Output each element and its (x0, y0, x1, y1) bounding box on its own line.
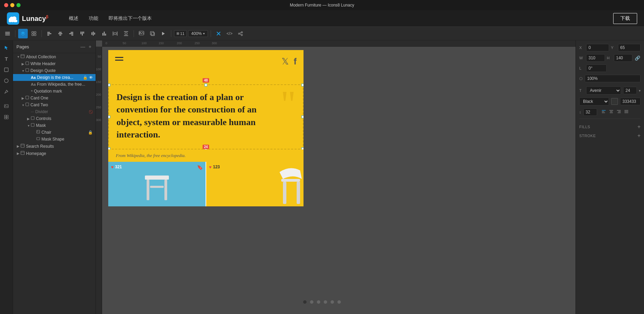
dot-2[interactable] (310, 300, 313, 304)
toggle-design-quote[interactable]: ▾ (21, 69, 25, 73)
toggle-search[interactable]: ▶ (16, 144, 21, 148)
dot-4[interactable] (324, 300, 327, 304)
add-page-btn[interactable]: + (88, 43, 92, 50)
h-input[interactable] (614, 54, 633, 62)
x-input[interactable] (586, 44, 609, 51)
toggle-white-header[interactable]: ▶ (21, 62, 25, 66)
play-btn[interactable] (159, 29, 168, 38)
share-btn[interactable] (236, 29, 245, 38)
quote-section[interactable]: " 48 128 16 32 (108, 84, 304, 149)
align-text-center-btn[interactable] (608, 109, 615, 116)
align-text-right-btn[interactable] (616, 109, 622, 116)
svg-rect-30 (102, 33, 103, 36)
toggle-about[interactable]: ▾ (16, 55, 21, 59)
svg-rect-4 (9, 20, 17, 22)
font-size-arrow[interactable]: ▾ (639, 89, 641, 93)
align-middle-btn[interactable] (88, 29, 98, 38)
color-swatch[interactable] (611, 98, 618, 105)
align-text-left-btn[interactable] (600, 109, 607, 116)
ellipse-tool[interactable] (1, 75, 12, 86)
nav-next-version[interactable]: 即将推出下一个版本 (109, 15, 152, 22)
minimize-btn[interactable] (10, 3, 14, 7)
nav-overview[interactable]: 概述 (69, 15, 78, 22)
layer-card-two[interactable]: ▾ Card Two (13, 101, 96, 108)
font-family-select[interactable]: Avenir (586, 86, 621, 95)
l-input[interactable] (586, 64, 607, 72)
toggle-card-one[interactable]: ▶ (21, 96, 25, 100)
align-bottom-btn[interactable] (99, 29, 109, 38)
toggle-card-two[interactable]: ▾ (21, 103, 25, 107)
layer-mask-shape[interactable]: Mask Shape (13, 136, 96, 143)
toggle-mask[interactable]: ▾ (26, 124, 31, 128)
zoom-display[interactable]: 400% ▾ (188, 30, 208, 37)
nav-features[interactable]: 功能 (89, 15, 98, 22)
ruler-mark-100: 100 (96, 68, 101, 71)
color-name-select[interactable]: Black (579, 97, 609, 106)
select-tool[interactable] (1, 43, 12, 53)
w-input[interactable] (586, 54, 605, 62)
page-homepage[interactable]: ▶ Homepage (13, 150, 96, 157)
dot-6[interactable] (337, 300, 341, 304)
maximize-btn[interactable] (16, 3, 21, 7)
y-input[interactable] (618, 44, 641, 51)
close-overlay-btn[interactable] (214, 29, 223, 38)
download-btn[interactable]: 下载 (613, 13, 637, 24)
align-center-btn[interactable] (55, 29, 65, 38)
svg-rect-16 (47, 33, 51, 34)
dot-5[interactable] (331, 300, 334, 304)
menu-btn[interactable] (3, 29, 12, 38)
svg-rect-81 (297, 182, 300, 204)
image-tool[interactable] (1, 101, 12, 111)
bookmark-icon-1[interactable]: 🔖 (197, 165, 203, 170)
layer-mask[interactable]: ▾ Mask (13, 122, 96, 129)
pen-tool[interactable] (1, 86, 12, 97)
align-top-btn[interactable] (77, 29, 87, 38)
dot-3[interactable] (317, 300, 320, 304)
white-header-label: White Header (30, 61, 87, 66)
align-right-btn[interactable] (66, 29, 76, 38)
hidden-icon[interactable]: 🚫 (89, 110, 93, 114)
visible-icon[interactable]: 👁 (89, 75, 93, 80)
svg-rect-61 (21, 55, 24, 58)
align-text-justify-btn[interactable] (623, 109, 630, 116)
layer-from-wikipedia[interactable]: Aa From Wikipedia, the free... (13, 81, 96, 88)
layer-card-one[interactable]: ▶ Card One (13, 95, 96, 101)
toggle-controls[interactable]: ▶ (26, 117, 31, 121)
distribute-h-btn[interactable] (110, 29, 120, 38)
design-canvas: 𝕏 f " 48 128 16 (108, 50, 304, 206)
export-btn[interactable] (137, 29, 146, 38)
layer-divider[interactable]: — Divider 🚫 (13, 108, 96, 115)
code-btn[interactable]: </> (225, 29, 234, 38)
color-hex-input[interactable] (620, 98, 641, 105)
grid-btn[interactable] (29, 29, 39, 38)
collapse-all-btn[interactable]: — (80, 43, 86, 50)
align-left-btn[interactable] (45, 29, 54, 38)
page-search-results[interactable]: ▶ Search Results (13, 143, 96, 150)
measure-top: 48 (202, 78, 209, 83)
page-about-collection[interactable]: ▾ About Collection (13, 53, 96, 60)
opacity-input[interactable] (585, 75, 641, 82)
add-stroke-btn[interactable]: + (637, 133, 641, 138)
font-size-input[interactable] (623, 87, 637, 94)
add-fill-btn[interactable]: + (637, 124, 641, 130)
layer-design-quote[interactable]: ▾ Design Quote (13, 67, 96, 74)
line-height-input[interactable] (583, 108, 597, 116)
toggle-homepage[interactable]: ▶ (16, 152, 21, 155)
layer-design-text[interactable]: Aa Design is the crea... 🔒 👁 (13, 74, 96, 81)
lock-icon-2: 🔒 (83, 75, 88, 80)
text-tool[interactable]: T (1, 53, 12, 64)
lock-ratio-btn[interactable]: 🔗 (634, 55, 641, 61)
dot-1[interactable] (303, 300, 307, 304)
distribute-v-btn[interactable] (121, 29, 131, 38)
component-tool[interactable] (1, 112, 12, 122)
layer-white-header[interactable]: ▶ White Header 🔒 (13, 60, 96, 67)
hamburger-menu (115, 57, 123, 61)
chair-svg (266, 162, 304, 206)
layers-btn[interactable] (18, 29, 28, 38)
frame-tool[interactable] (1, 64, 12, 75)
clip-btn[interactable] (148, 29, 157, 38)
layer-chair[interactable]: Chair 🔒 (13, 129, 96, 136)
layer-controls[interactable]: ▶ Controls (13, 115, 96, 122)
close-btn[interactable] (4, 3, 8, 7)
layer-quotation-mark[interactable]: ❝ Quotation mark (13, 88, 96, 95)
